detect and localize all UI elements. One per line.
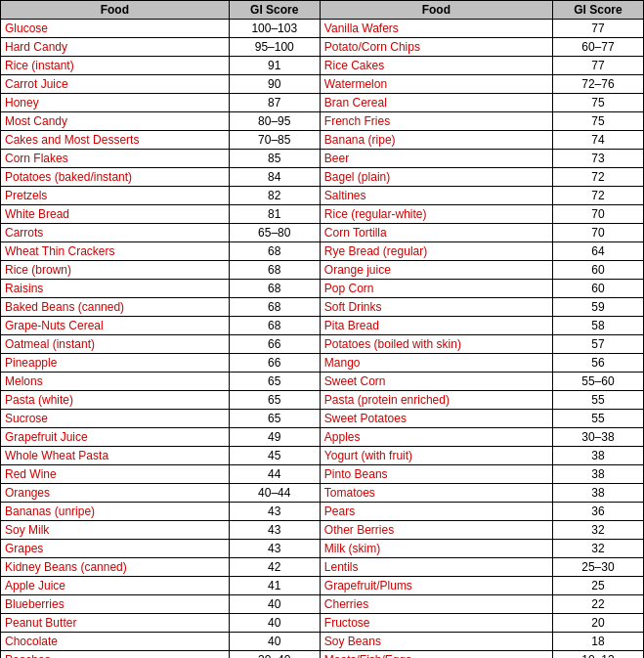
food-cell-left: Most Candy xyxy=(1,112,230,131)
gi-score-cell-left: 40 xyxy=(229,595,320,614)
table-row: Bananas (unripe)43Pears36 xyxy=(1,503,644,521)
gi-score-cell-left: 43 xyxy=(229,503,320,521)
gi-score-cell-left: 43 xyxy=(229,540,320,558)
food-cell-right: Pasta (protein enriched) xyxy=(320,391,552,410)
gi-score-cell-right: 75 xyxy=(552,94,643,112)
food-cell-left: Bananas (unripe) xyxy=(1,503,230,521)
food-cell-left: Grape-Nuts Cereal xyxy=(1,317,230,335)
table-row: Blueberries40Cherries22 xyxy=(1,595,644,614)
gi-score-cell-right: 25–30 xyxy=(552,558,643,577)
food-cell-right: Banana (ripe) xyxy=(320,131,552,150)
food-cell-right: Cherries xyxy=(320,595,552,614)
food-cell-right: French Fries xyxy=(320,112,552,131)
table-row: Peanut Butter40Fructose20 xyxy=(1,614,644,633)
gi-score-cell-right: 60–77 xyxy=(552,38,643,57)
food-cell-left: Chocolate xyxy=(1,633,230,651)
food-cell-left: Pretzels xyxy=(1,187,230,205)
food-cell-left: Rice (brown) xyxy=(1,261,230,280)
table-row: Potatoes (baked/instant)84Bagel (plain)7… xyxy=(1,168,644,187)
food-cell-left: Grapes xyxy=(1,540,230,558)
food-cell-right: Grapefruit/Plums xyxy=(320,577,552,595)
table-row: Grapefruit Juice49Apples30–38 xyxy=(1,428,644,447)
table-row: Most Candy80–95French Fries75 xyxy=(1,112,644,131)
gi-score-cell-right: 77 xyxy=(552,57,643,75)
gi-score-cell-left: 44 xyxy=(229,465,320,484)
food-cell-right: Corn Tortilla xyxy=(320,224,552,242)
food-cell-left: Carrots xyxy=(1,224,230,242)
food-cell-left: Blueberries xyxy=(1,595,230,614)
table-row: Carrot Juice90Watermelon72–76 xyxy=(1,75,644,94)
gi-score-cell-left: 43 xyxy=(229,521,320,540)
gi-score-cell-right: 73 xyxy=(552,150,643,168)
gi-score-cell-left: 87 xyxy=(229,94,320,112)
gi-score-cell-left: 70–85 xyxy=(229,131,320,150)
table-row: Chocolate40Soy Beans18 xyxy=(1,633,644,651)
gi-score-cell-right: 72–76 xyxy=(552,75,643,94)
food-cell-left: Wheat Thin Crackers xyxy=(1,242,230,261)
gi-score-cell-left: 82 xyxy=(229,187,320,205)
gi-score-cell-right: 32 xyxy=(552,521,643,540)
gi-score-cell-right: 55 xyxy=(552,410,643,428)
food-cell-right: Bagel (plain) xyxy=(320,168,552,187)
food-cell-left: Corn Flakes xyxy=(1,150,230,168)
gi-score-cell-right: 18 xyxy=(552,633,643,651)
gi-score-cell-left: 40 xyxy=(229,614,320,633)
table-row: Glucose100–103Vanilla Wafers77 xyxy=(1,20,644,38)
gi-score-cell-left: 68 xyxy=(229,261,320,280)
table-row: Hard Candy95–100Potato/Corn Chips60–77 xyxy=(1,38,644,57)
food-cell-right: Meats/Fish/Eggs xyxy=(320,651,552,659)
gi-score-cell-left: 84 xyxy=(229,168,320,187)
food-cell-left: Cakes and Most Desserts xyxy=(1,131,230,150)
gi-score-cell-left: 41 xyxy=(229,577,320,595)
gi-table: Food GI Score Food GI Score Glucose100–1… xyxy=(0,0,644,658)
table-row: Pasta (white)65Pasta (protein enriched)5… xyxy=(1,391,644,410)
table-row: Carrots65–80Corn Tortilla70 xyxy=(1,224,644,242)
food-cell-right: Potatoes (boiled with skin) xyxy=(320,335,552,354)
table-row: Melons65Sweet Corn55–60 xyxy=(1,373,644,391)
food-cell-right: Lentils xyxy=(320,558,552,577)
table-row: White Bread81Rice (regular-white)70 xyxy=(1,205,644,224)
col-header-gi-1: GI Score xyxy=(229,1,320,20)
food-cell-left: Red Wine xyxy=(1,465,230,484)
table-row: Baked Beans (canned)68Soft Drinks59 xyxy=(1,298,644,317)
food-cell-left: Pasta (white) xyxy=(1,391,230,410)
table-row: Grapes43Milk (skim)32 xyxy=(1,540,644,558)
food-cell-right: Soft Drinks xyxy=(320,298,552,317)
table-row: Grape-Nuts Cereal68Pita Bread58 xyxy=(1,317,644,335)
food-cell-right: Rye Bread (regular) xyxy=(320,242,552,261)
gi-score-cell-right: 30–38 xyxy=(552,428,643,447)
gi-score-cell-left: 100–103 xyxy=(229,20,320,38)
gi-score-cell-left: 81 xyxy=(229,205,320,224)
gi-score-cell-right: 59 xyxy=(552,298,643,317)
gi-score-cell-right: 60 xyxy=(552,280,643,298)
food-cell-right: Yogurt (with fruit) xyxy=(320,447,552,465)
gi-score-cell-right: 55 xyxy=(552,391,643,410)
food-cell-right: Pinto Beans xyxy=(320,465,552,484)
food-cell-right: Potato/Corn Chips xyxy=(320,38,552,57)
food-cell-right: Pita Bread xyxy=(320,317,552,335)
table-row: Red Wine44Pinto Beans38 xyxy=(1,465,644,484)
gi-score-cell-left: 45 xyxy=(229,447,320,465)
gi-score-cell-right: 22 xyxy=(552,595,643,614)
gi-score-cell-left: 85 xyxy=(229,150,320,168)
food-cell-left: Peanut Butter xyxy=(1,614,230,633)
gi-score-cell-left: 68 xyxy=(229,242,320,261)
gi-score-cell-left: 95–100 xyxy=(229,38,320,57)
food-cell-left: Rice (instant) xyxy=(1,57,230,75)
gi-score-cell-right: 70 xyxy=(552,224,643,242)
food-cell-left: Melons xyxy=(1,373,230,391)
gi-score-cell-left: 65 xyxy=(229,391,320,410)
gi-score-cell-right: 38 xyxy=(552,484,643,503)
table-row: Pineapple66Mango56 xyxy=(1,354,644,373)
food-cell-left: Peaches xyxy=(1,651,230,659)
gi-score-cell-right: 60 xyxy=(552,261,643,280)
gi-score-cell-right: 58 xyxy=(552,317,643,335)
food-cell-right: Rice (regular-white) xyxy=(320,205,552,224)
table-row: Rice (instant)91Rice Cakes77 xyxy=(1,57,644,75)
food-cell-right: Orange juice xyxy=(320,261,552,280)
gi-score-cell-left: 65 xyxy=(229,410,320,428)
table-row: Corn Flakes85Beer73 xyxy=(1,150,644,168)
table-row: Raisins68Pop Corn60 xyxy=(1,280,644,298)
food-cell-left: Hard Candy xyxy=(1,38,230,57)
food-cell-left: Kidney Beans (canned) xyxy=(1,558,230,577)
